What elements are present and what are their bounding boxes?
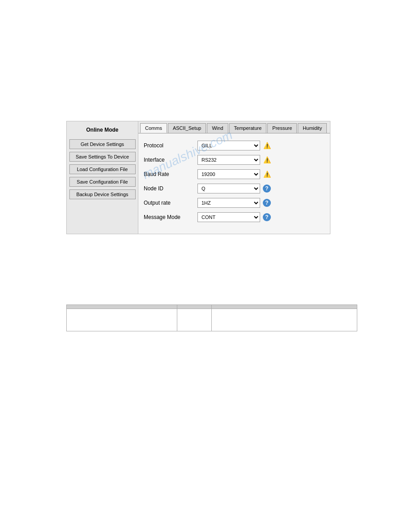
table-cell-2 [177, 309, 212, 331]
baud-rate-label: Baud Rate [144, 171, 197, 177]
save-settings-to-device-button[interactable]: Save Settings To Device [69, 152, 136, 162]
output-rate-help-icon[interactable]: ? [263, 199, 271, 207]
tab-humidity[interactable]: Humidity [298, 123, 327, 133]
tab-pressure[interactable]: Pressure [267, 123, 297, 133]
table-row [67, 309, 357, 331]
protocol-warning-icon: ⚠️ [263, 142, 271, 150]
message-mode-select[interactable]: CONT POLL [197, 212, 260, 222]
table-cell-3 [212, 309, 357, 331]
protocol-select[interactable]: GILL NMEA ASCII [197, 141, 260, 150]
interface-row: Interface RS232 RS485 RS422 ⚠️ [144, 155, 325, 165]
save-configuration-file-button[interactable]: Save Configuration File [69, 177, 136, 187]
tab-ascii-setup[interactable]: ASCII_Setup [168, 123, 206, 133]
col1-header [67, 305, 177, 309]
bottom-table [66, 305, 357, 331]
node-id-row: Node ID Q A B C ? [144, 184, 325, 193]
table-cell-1 [67, 309, 177, 331]
tab-temperature[interactable]: Temperature [229, 123, 267, 133]
get-device-settings-button[interactable]: Get Device Settings [69, 139, 136, 149]
backup-device-settings-button[interactable]: Backup Device Settings [69, 189, 136, 199]
col3-header [212, 305, 357, 309]
output-rate-row: Output rate 1HZ 2HZ 4HZ 10HZ ? [144, 198, 325, 208]
message-mode-row: Message Mode CONT POLL ? [144, 212, 325, 222]
baud-rate-control: 9600 19200 38400 57600 115200 ⚠️ [197, 169, 271, 179]
col2-header [177, 305, 212, 309]
sidebar: Online Mode Get Device Settings Save Set… [67, 121, 138, 234]
message-mode-help-icon[interactable]: ? [263, 213, 271, 221]
message-mode-label: Message Mode [144, 214, 197, 220]
tab-wind[interactable]: Wind [207, 123, 228, 133]
page-wrapper: Online Mode Get Device Settings Save Set… [0, 0, 411, 532]
output-rate-select[interactable]: 1HZ 2HZ 4HZ 10HZ [197, 198, 260, 208]
protocol-label: Protocol [144, 142, 197, 149]
node-id-help-icon[interactable]: ? [263, 184, 271, 193]
output-rate-label: Output rate [144, 200, 197, 206]
interface-label: Interface [144, 157, 197, 163]
main-panel: Online Mode Get Device Settings Save Set… [66, 121, 330, 234]
baud-rate-warning-icon: ⚠️ [263, 170, 271, 178]
message-mode-control: CONT POLL ? [197, 212, 271, 222]
interface-warning-icon: ⚠️ [263, 156, 271, 164]
baud-rate-select[interactable]: 9600 19200 38400 57600 115200 [197, 169, 260, 179]
sidebar-title: Online Mode [86, 127, 119, 133]
content-area: Comms ASCII_Setup Wind Temperature Press… [138, 121, 330, 234]
baud-rate-row: Baud Rate 9600 19200 38400 57600 115200 … [144, 169, 325, 179]
node-id-select[interactable]: Q A B C [197, 184, 260, 193]
tabs-bar: Comms ASCII_Setup Wind Temperature Press… [138, 121, 330, 133]
node-id-control: Q A B C ? [197, 184, 271, 193]
interface-control: RS232 RS485 RS422 ⚠️ [197, 155, 271, 165]
settings-form: Protocol GILL NMEA ASCII ⚠️ Interface [138, 133, 330, 234]
load-configuration-file-button[interactable]: Load Configuration File [69, 164, 136, 174]
tab-comms[interactable]: Comms [140, 123, 167, 133]
protocol-row: Protocol GILL NMEA ASCII ⚠️ [144, 141, 325, 150]
interface-select[interactable]: RS232 RS485 RS422 [197, 155, 260, 165]
protocol-control: GILL NMEA ASCII ⚠️ [197, 141, 271, 150]
bottom-table-wrapper [66, 305, 357, 331]
output-rate-control: 1HZ 2HZ 4HZ 10HZ ? [197, 198, 271, 208]
node-id-label: Node ID [144, 185, 197, 192]
